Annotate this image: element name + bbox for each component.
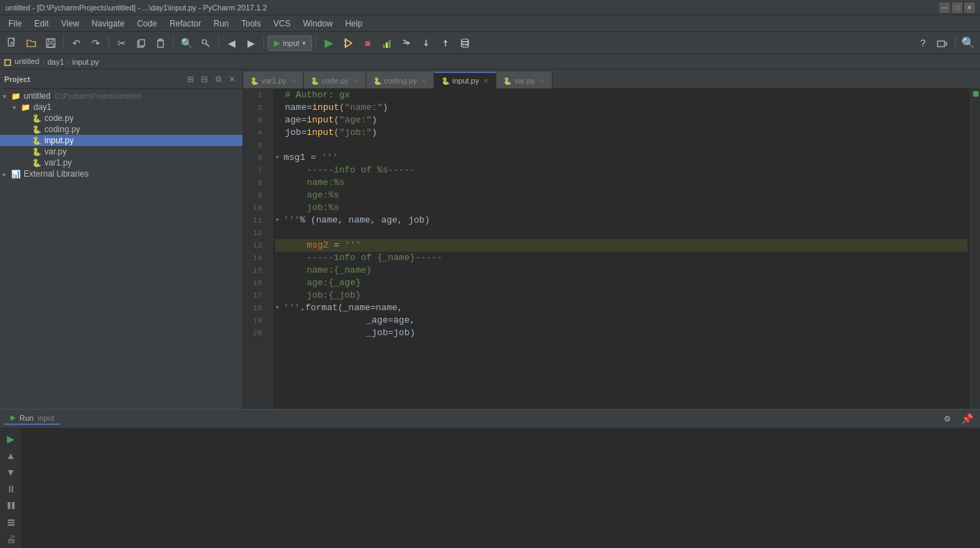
menu-code[interactable]: Code <box>131 17 163 30</box>
menu-tools[interactable]: Tools <box>236 17 266 30</box>
tab-close-coding[interactable]: ✕ <box>421 77 427 85</box>
code-line-18: ▾ '''.format(_name=name, <box>275 302 967 314</box>
save-button[interactable] <box>42 34 60 52</box>
sidebar-settings[interactable]: ⚙ <box>212 73 224 86</box>
svg-rect-25 <box>12 502 15 509</box>
tab-icon-var: 🐍 <box>503 77 512 85</box>
tab-label-var1: var1.py <box>261 76 286 85</box>
help-button[interactable]: ? <box>914 34 932 52</box>
bottom-tabs: Run input ⚙ 📌 <box>0 410 980 428</box>
code-content[interactable]: # Author: gx name=input("name:") age=inp… <box>272 89 970 409</box>
copy-button[interactable] <box>132 34 150 52</box>
menu-refactor[interactable]: Refactor <box>164 17 206 30</box>
tab-var1-py[interactable]: 🐍 var1.py ✕ <box>243 72 304 88</box>
menu-view[interactable]: View <box>56 17 85 30</box>
tree-item-ext-libs[interactable]: ▸ 📊 External Libraries <box>0 168 243 179</box>
svg-point-8 <box>202 40 206 44</box>
code-line-17: job:{_job} <box>275 289 967 302</box>
tree-item-coding-py[interactable]: ▸ 🐍 coding.py <box>0 124 243 135</box>
run-config-arrow: ▾ <box>302 40 306 47</box>
new-file-button[interactable] <box>3 34 21 52</box>
tree-item-var1-py[interactable]: ▸ 🐍 var1.py <box>0 157 243 168</box>
run-dump-threads[interactable] <box>3 498 19 513</box>
minimize-button[interactable]: — <box>940 3 949 13</box>
run-scroll-up[interactable]: ▲ <box>3 448 19 463</box>
open-button[interactable] <box>22 34 40 52</box>
database-button[interactable] <box>456 34 474 52</box>
menu-bar: File Edit View Navigate Code Refactor Ru… <box>0 15 980 32</box>
fold-marker-18[interactable]: ▾ <box>275 302 284 314</box>
tab-code-py[interactable]: 🐍 code.py ✕ <box>304 72 366 88</box>
run-panel-settings[interactable]: ⚙ <box>938 410 956 428</box>
tab-close-var1[interactable]: ✕ <box>291 77 296 85</box>
sidebar-expand-all[interactable]: ⊞ <box>184 73 197 86</box>
breadcrumb: untitled › day1 › input.py <box>0 54 980 70</box>
search-button[interactable]: 🔍 <box>177 34 195 52</box>
code-editor[interactable]: 1 2 3 4 5 6 7 8 9 10 11 12 13 14 15 16 1 <box>243 89 980 409</box>
tab-close-code[interactable]: ✕ <box>353 77 359 85</box>
run-content: ▶ ▲ ▼ ⏸ 🖨 ✕ ? <box>0 428 980 548</box>
tab-input-py[interactable]: 🐍 input.py ✕ <box>434 72 497 88</box>
step-out-button[interactable] <box>436 34 455 52</box>
run-pause-button[interactable]: ⏸ <box>3 481 19 497</box>
fold-marker-11[interactable]: ▾ <box>275 214 284 227</box>
run-play-button[interactable]: ▶ <box>3 431 19 446</box>
close-button[interactable]: ✕ <box>965 3 974 13</box>
svg-rect-14 <box>389 40 391 48</box>
tab-close-var[interactable]: ✕ <box>539 77 545 85</box>
tree-item-var-py[interactable]: ▸ 🐍 var.py <box>0 146 243 157</box>
tree-item-untitled[interactable]: ▾ 📁 untitled D:\PycharmProjects\untitled <box>0 90 243 102</box>
run-settings-btn[interactable] <box>3 515 19 530</box>
run-button[interactable]: ▶ <box>320 34 338 52</box>
run-scroll-down[interactable]: ▼ <box>3 465 19 480</box>
menu-file[interactable]: File <box>3 17 27 30</box>
tab-icon-input: 🐍 <box>441 77 450 85</box>
cut-button[interactable]: ✂ <box>113 34 131 52</box>
menu-vcs[interactable]: VCS <box>268 17 296 30</box>
debug-button[interactable] <box>339 34 357 52</box>
step-over-button[interactable] <box>398 34 416 52</box>
sidebar-close[interactable]: ✕ <box>226 73 238 86</box>
window-title: untitled - [D:\PycharmProjects\untitled]… <box>6 3 267 12</box>
fold-marker-6[interactable]: ▾ <box>275 152 284 164</box>
run-config-selector[interactable]: ▶ input ▾ <box>268 35 312 51</box>
tree-item-day1[interactable]: ▾ 📁 day1 <box>0 102 243 113</box>
tab-close-input[interactable]: ✕ <box>483 77 489 85</box>
stop-button[interactable]: ■ <box>359 34 377 52</box>
menu-edit[interactable]: Edit <box>28 17 54 30</box>
tab-coding-py[interactable]: 🐍 coding.py ✕ <box>366 72 434 88</box>
breadcrumb-file[interactable]: input.py <box>72 58 99 66</box>
step-into-button[interactable] <box>417 34 435 52</box>
plugins-button[interactable] <box>933 34 952 52</box>
coverage-button[interactable] <box>378 34 396 52</box>
svg-point-20 <box>462 42 468 45</box>
menu-navigate[interactable]: Navigate <box>86 17 130 30</box>
breadcrumb-project[interactable]: untitled <box>4 57 40 65</box>
run-print-btn[interactable]: 🖨 <box>3 531 19 547</box>
search-everywhere-button[interactable]: 🔍 <box>959 34 977 52</box>
menu-run[interactable]: Run <box>208 17 234 30</box>
replace-button[interactable] <box>197 34 215 52</box>
tab-var-py[interactable]: 🐍 var.py ✕ <box>496 72 552 88</box>
breadcrumb-day1[interactable]: day1 <box>47 58 64 66</box>
bottom-tab-run[interactable]: Run input <box>4 412 60 425</box>
undo-button[interactable]: ↶ <box>67 34 85 52</box>
tree-item-code-py[interactable]: ▸ 🐍 code.py <box>0 113 243 124</box>
svg-rect-13 <box>386 42 388 48</box>
run-panel-pin[interactable]: 📌 <box>958 410 976 428</box>
redo-button[interactable]: ↷ <box>87 34 105 52</box>
nav-forward-button[interactable]: ▶ <box>242 34 260 52</box>
project-panel-title: Project <box>4 75 30 83</box>
menu-help[interactable]: Help <box>340 17 368 30</box>
py-icon-var1: 🐍 <box>32 159 42 168</box>
code-line-9: age:%s <box>275 189 967 202</box>
svg-marker-15 <box>407 41 410 45</box>
py-icon-input: 🐍 <box>32 136 42 145</box>
maximize-button[interactable]: □ <box>952 3 962 13</box>
paste-button[interactable] <box>152 34 170 52</box>
sidebar-collapse-all[interactable]: ⊟ <box>198 73 211 86</box>
run-tab-config: input <box>38 414 54 422</box>
tree-item-input-py[interactable]: ▸ 🐍 input.py <box>0 135 243 146</box>
menu-window[interactable]: Window <box>297 17 338 30</box>
nav-back-button[interactable]: ◀ <box>222 34 240 52</box>
